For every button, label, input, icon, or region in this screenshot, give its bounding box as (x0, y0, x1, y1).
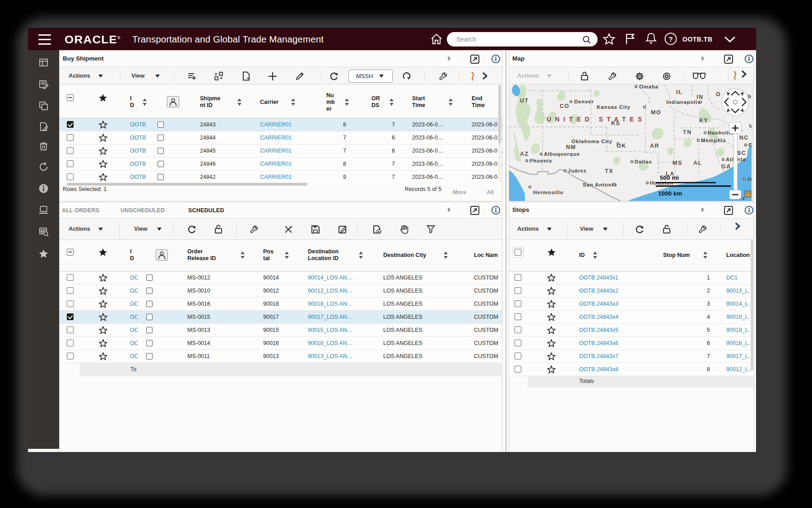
svg-text:Kansas City: Kansas City (597, 104, 631, 110)
svg-text:Jacks: Jacks (747, 176, 752, 182)
svg-text:Albuquerque: Albuquerque (544, 151, 580, 157)
svg-text:MO: MO (651, 109, 661, 116)
svg-text:AZ: AZ (520, 151, 529, 157)
svg-text:Ch: Ch (748, 142, 752, 148)
svg-text:UNITED STATES: UNITED STATES (547, 116, 646, 123)
svg-text:?: ? (668, 35, 673, 43)
svg-text:Memphis: Memphis (701, 138, 726, 143)
svg-text:San Antonio: San Antonio (583, 182, 617, 187)
svg-text:NM: NM (566, 144, 576, 150)
svg-text:O: O (716, 91, 721, 98)
svg-text:GA: GA (721, 163, 731, 170)
svg-text:Juárez: Juárez (568, 168, 586, 173)
svg-text:MS: MS (673, 160, 682, 166)
svg-text:IL: IL (676, 89, 682, 95)
svg-text:AR: AR (650, 143, 659, 149)
svg-text:Denver: Denver (574, 99, 594, 104)
svg-text:Dallas: Dallas (635, 159, 652, 164)
svg-text:NC: NC (739, 135, 749, 141)
svg-text:Hermosillo: Hermosillo (533, 190, 563, 195)
svg-text:Indianapolis: Indianapolis (666, 99, 701, 105)
svg-text:500 mi: 500 mi (660, 174, 679, 181)
svg-text:TX: TX (605, 168, 613, 174)
svg-text:KY: KY (699, 117, 708, 124)
svg-text:Omaha: Omaha (639, 84, 659, 89)
svg-text:AL: AL (693, 160, 702, 166)
svg-text:1000 km: 1000 km (658, 190, 682, 197)
svg-text:Phoenix: Phoenix (529, 158, 552, 163)
svg-text:SC: SC (737, 150, 746, 156)
svg-text:UT: UT (520, 98, 529, 104)
svg-text:Oklahoma City: Oklahoma City (571, 139, 612, 144)
svg-text:TN: TN (683, 129, 692, 135)
svg-text:KS: KS (611, 120, 620, 126)
svg-text:CO: CO (560, 103, 570, 109)
